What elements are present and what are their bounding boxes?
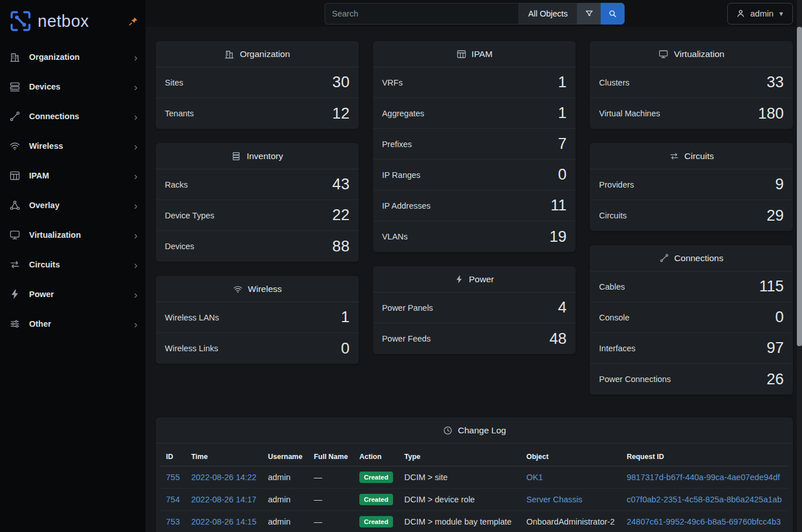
stat-value: 180 (758, 105, 784, 123)
cable-icon (8, 111, 22, 122)
app-window: netbox Organization › Devices › Co (0, 0, 802, 532)
stat-row-device-types[interactable]: Device Types 22 (156, 200, 359, 231)
sidebar-item-label: Overlay (29, 201, 59, 210)
topbar: All Objects admin ▼ (145, 0, 802, 27)
stat-row-power-panels[interactable]: Power Panels 4 (373, 293, 576, 323)
connections-card: Connections Cables 115 Console 0 Interfa… (590, 245, 793, 395)
history-icon (443, 425, 453, 436)
object-cell: OnboardAdministrator-2 (521, 511, 621, 532)
stat-row-ip-ranges[interactable]: IP Ranges 0 (373, 160, 576, 190)
monitor-icon (8, 229, 22, 241)
card-header: Change Log (156, 417, 793, 444)
stat-row-power-connections[interactable]: Power Connections 26 (590, 364, 793, 395)
stat-row-vrfs[interactable]: VRFs 1 (373, 67, 576, 98)
building-icon (224, 49, 234, 59)
col-header-username: Username (262, 447, 308, 466)
search-input[interactable] (325, 3, 519, 25)
user-menu-button[interactable]: admin ▼ (727, 3, 793, 25)
pin-icon[interactable] (128, 16, 139, 27)
stat-row-sites[interactable]: Sites 30 (156, 67, 359, 98)
stat-row-interfaces[interactable]: Interfaces 97 (590, 333, 793, 364)
time-link[interactable]: 2022-08-26 14:15 (191, 517, 257, 526)
sidebar-item-wireless[interactable]: Wireless › (0, 131, 145, 161)
stat-value: 97 (767, 339, 784, 357)
sidebar-item-ipam[interactable]: IPAM › (0, 161, 145, 190)
request-id-link[interactable]: 9817317d-b67f-440a-99ca-4ae07ede94df (627, 473, 780, 482)
stat-value: 4 (558, 299, 566, 316)
stat-row-wireless-links[interactable]: Wireless Links 0 (156, 333, 359, 364)
full-name-cell: — (308, 466, 354, 489)
building-icon (8, 51, 22, 63)
stat-row-cables[interactable]: Cables 115 (590, 271, 793, 302)
id-link[interactable]: 755 (166, 473, 180, 482)
stat-value: 1 (341, 308, 350, 326)
wifi-icon (233, 284, 243, 294)
stat-row-vlans[interactable]: VLANs 19 (373, 221, 576, 252)
stat-row-tenants[interactable]: Tenants 12 (156, 98, 359, 129)
page-scrollbar[interactable] (797, 0, 802, 532)
stat-value: 0 (558, 166, 566, 184)
request-id-link[interactable]: 24807c61-9952-49c6-b8a5-69760bfcc4b3 (627, 517, 781, 526)
sidebar-item-other[interactable]: Other › (0, 309, 145, 339)
card-header: Inventory (156, 143, 359, 169)
scrollbar-thumb[interactable] (797, 27, 802, 346)
action-badge: Created (359, 516, 393, 527)
stat-value: 43 (333, 176, 350, 193)
stat-row-racks[interactable]: Racks 43 (156, 169, 359, 200)
sidebar-item-organization[interactable]: Organization › (0, 42, 145, 72)
stat-row-virtual-machines[interactable]: Virtual Machines 180 (590, 98, 793, 129)
network-graph-icon (8, 200, 22, 211)
stat-row-clusters[interactable]: Clusters 33 (590, 67, 793, 98)
stat-value: 9 (775, 176, 784, 193)
inventory-icon (231, 151, 241, 161)
monitor-icon (658, 49, 669, 59)
sidebar-item-virtualization[interactable]: Virtualization › (0, 220, 145, 250)
sidebar-item-connections[interactable]: Connections › (0, 101, 145, 131)
sidebar-item-label: Power (29, 290, 54, 299)
stat-row-console[interactable]: Console 0 (590, 302, 793, 333)
inventory-card: Inventory Racks 43 Device Types 22 Devic… (156, 143, 359, 262)
stat-row-wireless-lans[interactable]: Wireless LANs 1 (156, 302, 359, 333)
sidebar-item-label: Other (29, 319, 51, 328)
filter-button[interactable] (577, 3, 601, 25)
time-link[interactable]: 2022-08-26 14:22 (191, 473, 257, 482)
stat-value: 88 (333, 238, 350, 255)
sidebar-nav: Organization › Devices › Connections › W… (0, 42, 145, 339)
stat-row-ip-addresses[interactable]: IP Addresses 11 (373, 190, 576, 221)
ip-table-icon (8, 170, 22, 181)
stat-value: 1 (558, 74, 566, 91)
search-submit-button[interactable] (601, 3, 625, 25)
time-link[interactable]: 2022-08-26 14:17 (191, 495, 257, 504)
stat-row-devices[interactable]: Devices 88 (156, 231, 359, 262)
table-header-row: ID Time Username Full Name Action Type O… (160, 447, 788, 466)
netbox-logo[interactable]: netbox (0, 0, 145, 42)
wifi-icon (8, 140, 22, 152)
stat-value: 29 (767, 207, 784, 225)
object-link[interactable]: Server Chassis (526, 495, 582, 504)
id-link[interactable]: 753 (166, 517, 180, 526)
transfer-icon (669, 151, 679, 161)
object-link[interactable]: OK1 (526, 473, 543, 482)
card-header: Circuits (590, 143, 793, 169)
card-header: Power (373, 266, 576, 293)
stat-row-prefixes[interactable]: Prefixes 7 (373, 129, 576, 160)
stat-value: 22 (333, 206, 350, 224)
chevron-right-icon: › (134, 170, 137, 181)
stat-value: 12 (333, 105, 350, 123)
id-link[interactable]: 754 (166, 495, 180, 504)
stat-row-aggregates[interactable]: Aggregates 1 (373, 98, 576, 129)
ipam-card: IPAM VRFs 1 Aggregates 1 Prefixes 7 (373, 41, 576, 252)
stat-value: 48 (549, 330, 566, 348)
request-id-link[interactable]: c07f0ab2-2351-4c58-825a-8b6a2425a1ab (627, 495, 782, 504)
sidebar-item-circuits[interactable]: Circuits › (0, 250, 145, 279)
sidebar-item-power[interactable]: Power › (0, 279, 145, 309)
sidebar-item-overlay[interactable]: Overlay › (0, 190, 145, 220)
action-badge: Created (359, 494, 393, 505)
stat-row-providers[interactable]: Providers 9 (590, 169, 793, 200)
stat-row-power-feeds[interactable]: Power Feeds 48 (373, 323, 576, 354)
sidebar-item-label: IPAM (29, 171, 49, 180)
object-type-button[interactable]: All Objects (519, 3, 577, 25)
type-cell: DCIM > device role (399, 489, 521, 511)
sidebar-item-devices[interactable]: Devices › (0, 72, 145, 101)
stat-row-circuits[interactable]: Circuits 29 (590, 200, 793, 231)
